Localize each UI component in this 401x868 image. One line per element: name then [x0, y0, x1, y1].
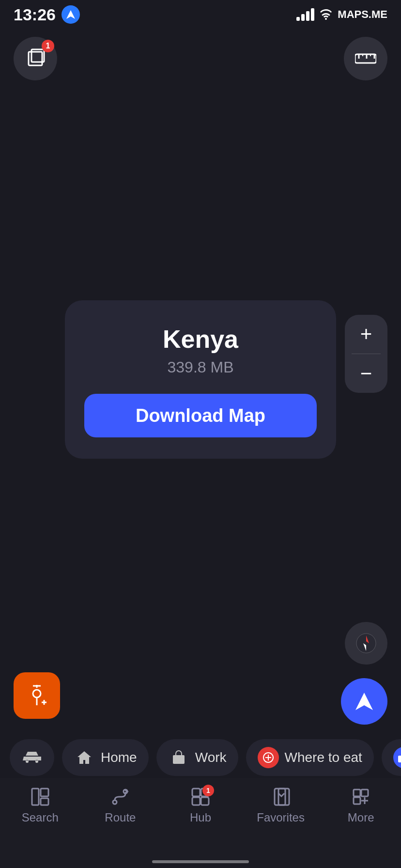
nav-route-label: Route: [105, 811, 136, 824]
svg-point-12: [33, 690, 41, 698]
quick-item-home-label: Home: [101, 750, 137, 765]
svg-rect-35: [275, 789, 285, 805]
wheretoeat-icon: [258, 747, 279, 768]
location-nav-icon: [62, 5, 80, 24]
svg-rect-28: [41, 798, 48, 805]
work-icon: [168, 747, 189, 768]
svg-rect-34: [201, 797, 209, 805]
layers-badge: 1: [42, 40, 54, 52]
zoom-in-button[interactable]: +: [345, 315, 387, 354]
nav-item-favorites[interactable]: Favorites: [241, 787, 321, 824]
route-nav-icon: [110, 787, 130, 807]
nav-item-hub[interactable]: 1 Hub: [160, 787, 241, 824]
svg-point-29: [113, 800, 117, 804]
nav-hub-label: Hub: [190, 811, 211, 824]
home-indicator: [152, 860, 249, 863]
car-icon: [21, 747, 43, 768]
svg-rect-38: [361, 790, 368, 796]
quick-access-bar: Home Work Where to eat: [0, 739, 401, 776]
quick-item-car[interactable]: [10, 739, 54, 776]
favorites-nav-icon: [271, 787, 291, 807]
app-name-status: MAPS.ME: [338, 8, 387, 21]
compass-button[interactable]: [345, 622, 387, 665]
svg-rect-39: [354, 797, 360, 804]
quick-item-wheretoeat[interactable]: Where to eat: [246, 739, 374, 776]
ruler-button[interactable]: [344, 37, 387, 80]
svg-rect-31: [192, 789, 200, 796]
clock: 13:26: [14, 5, 56, 24]
nav-item-search[interactable]: Search: [0, 787, 80, 824]
nav-item-more[interactable]: More: [321, 787, 401, 824]
quick-item-home[interactable]: Home: [62, 739, 149, 776]
svg-marker-19: [355, 693, 373, 710]
quick-item-work[interactable]: Work: [156, 739, 238, 776]
home-icon: [74, 747, 95, 768]
signal-icon: [296, 8, 314, 21]
nav-more-label: More: [348, 811, 374, 824]
quick-item-wheretoeat-label: Where to eat: [285, 750, 362, 765]
svg-rect-33: [192, 797, 200, 805]
svg-rect-26: [32, 789, 39, 805]
svg-rect-36: [278, 789, 289, 805]
status-bar: 13:26 MAPS.ME: [0, 0, 401, 29]
nav-search-label: Search: [22, 811, 59, 824]
region-size: 339.8 MB: [168, 358, 234, 376]
nav-item-route[interactable]: Route: [80, 787, 161, 824]
zoom-controls: + −: [345, 315, 387, 393]
svg-rect-20: [173, 755, 185, 764]
navigate-button[interactable]: [341, 678, 387, 725]
download-map-button[interactable]: Download Map: [84, 394, 317, 437]
svg-rect-1: [29, 52, 42, 65]
quick-item-hotel[interactable]: Hotel: [382, 739, 401, 776]
download-card: Kenya 339.8 MB Download Map: [65, 300, 336, 459]
bottom-nav: Search Route 1 Hub: [0, 778, 401, 868]
region-name: Kenya: [163, 325, 238, 354]
svg-rect-37: [354, 790, 360, 796]
more-nav-icon: [351, 787, 371, 807]
wifi-icon: [319, 9, 333, 20]
hotel-icon: [393, 747, 401, 768]
layers-button[interactable]: 1: [14, 37, 57, 80]
hub-badge: 1: [202, 785, 214, 796]
add-location-button[interactable]: [14, 672, 60, 719]
zoom-out-button[interactable]: −: [345, 354, 387, 393]
status-right: MAPS.ME: [296, 8, 387, 21]
status-time-area: 13:26: [14, 5, 80, 24]
svg-marker-0: [66, 10, 75, 19]
quick-item-work-label: Work: [195, 750, 227, 765]
search-nav-icon: [30, 787, 50, 807]
nav-favorites-label: Favorites: [257, 811, 305, 824]
svg-rect-27: [41, 789, 48, 796]
